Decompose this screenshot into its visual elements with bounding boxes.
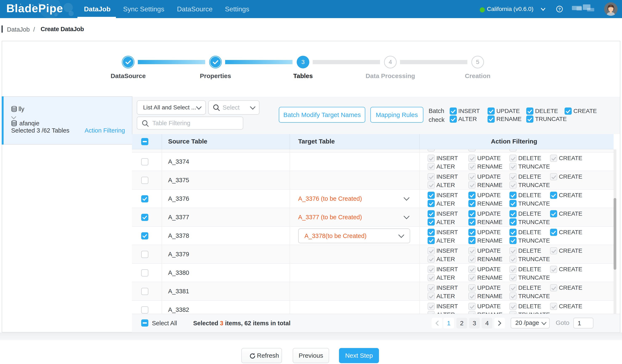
svg-text:?: ? [558,7,561,11]
